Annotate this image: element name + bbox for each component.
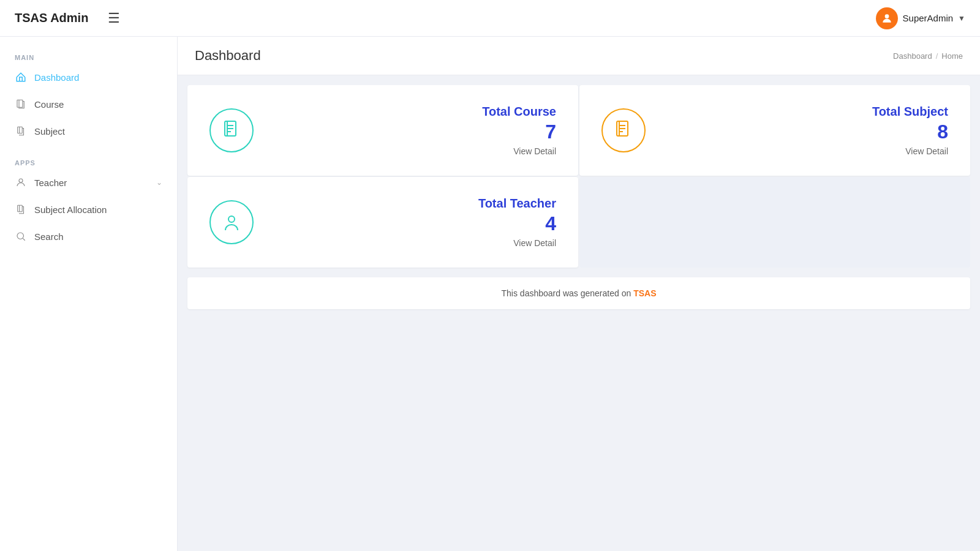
sidebar-item-course[interactable]: Course (0, 91, 177, 118)
empty-card (579, 177, 970, 268)
svg-point-9 (228, 216, 235, 222)
subject-card-icon-circle (601, 108, 646, 152)
navbar: TSAS Admin ☰ SuperAdmin ▼ (0, 0, 980, 37)
svg-rect-4 (18, 205, 23, 212)
sidebar-item-teacher[interactable]: Teacher ⌄ (0, 169, 177, 196)
sidebar-item-subject-label: Subject (34, 126, 65, 137)
teacher-card-label: Total Teacher (266, 197, 556, 211)
svg-point-5 (17, 233, 24, 239)
page-title: Dashboard (195, 48, 261, 64)
footer-text: This dashboard was generated on (502, 288, 634, 298)
sidebar-item-course-label: Course (34, 99, 64, 110)
subject-icon (15, 125, 27, 137)
course-view-detail-link[interactable]: View Detail (266, 146, 556, 156)
breadcrumb-separator: / (936, 51, 938, 61)
sidebar-item-dashboard-label: Dashboard (34, 72, 79, 83)
total-course-card: Total Course 7 View Detail (187, 85, 578, 176)
sidebar-item-dashboard[interactable]: Dashboard (0, 64, 177, 91)
user-avatar (876, 7, 898, 29)
breadcrumb: Dashboard / Home (893, 51, 963, 61)
footer-strip: This dashboard was generated on TSAS (187, 277, 970, 309)
sidebar-item-subject[interactable]: Subject (0, 118, 177, 144)
sidebar-item-subject-allocation[interactable]: Subject Allocation (0, 196, 177, 223)
course-card-label: Total Course (266, 105, 556, 119)
user-chevron-icon: ▼ (958, 14, 965, 23)
user-name: SuperAdmin (903, 13, 954, 23)
course-card-icon-circle (209, 108, 254, 152)
teacher-card-value: 4 (266, 213, 556, 234)
teacher-person-icon (15, 176, 27, 189)
total-teacher-card: Total Teacher 4 View Detail (187, 177, 578, 268)
user-menu[interactable]: SuperAdmin ▼ (876, 7, 965, 29)
svg-point-0 (884, 14, 889, 18)
sidebar-item-search[interactable]: Search (0, 223, 177, 250)
stats-grid: Total Course 7 View Detail Total Subject (187, 85, 970, 268)
sidebar: MAIN Dashboard Course (0, 37, 178, 551)
subject-card-info: Total Subject 8 View Detail (658, 105, 948, 156)
teacher-view-detail-link[interactable]: View Detail (266, 238, 556, 248)
breadcrumb-home: Home (941, 51, 963, 61)
sidebar-item-search-label: Search (34, 231, 64, 242)
sidebar-item-subject-allocation-label: Subject Allocation (34, 204, 107, 215)
subject-card-value: 8 (658, 121, 948, 143)
svg-point-3 (19, 179, 23, 182)
sidebar-section-apps: APPS (0, 154, 177, 169)
subject-card-label: Total Subject (658, 105, 948, 119)
layout: MAIN Dashboard Course (0, 37, 980, 551)
page-header: Dashboard Dashboard / Home (178, 37, 980, 75)
hamburger-icon[interactable]: ☰ (108, 10, 120, 26)
main-content: Dashboard Dashboard / Home Total (178, 37, 980, 551)
search-icon (15, 230, 27, 242)
sidebar-item-teacher-label: Teacher (34, 178, 67, 188)
allocation-icon (15, 203, 27, 216)
breadcrumb-dashboard: Dashboard (893, 51, 932, 61)
svg-line-6 (23, 238, 24, 240)
course-icon (15, 98, 27, 110)
teacher-card-icon-circle (209, 200, 254, 244)
svg-rect-2 (18, 127, 23, 133)
course-card-info: Total Course 7 View Detail (266, 105, 556, 156)
sidebar-section-main: MAIN (0, 49, 177, 64)
app-brand: TSAS Admin (15, 11, 88, 25)
svg-rect-1 (17, 100, 23, 107)
footer-brand: TSAS (633, 288, 656, 298)
teacher-card-info: Total Teacher 4 View Detail (266, 197, 556, 248)
course-card-value: 7 (266, 121, 556, 143)
subject-view-detail-link[interactable]: View Detail (658, 146, 948, 156)
teacher-chevron-icon: ⌄ (156, 178, 162, 187)
total-subject-card: Total Subject 8 View Detail (579, 85, 970, 176)
home-icon (15, 71, 27, 83)
